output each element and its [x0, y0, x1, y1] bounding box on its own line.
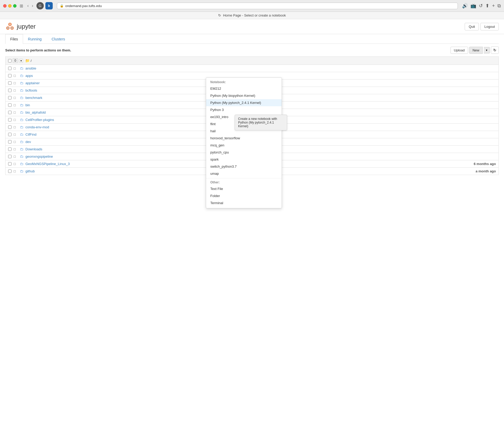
forward-button[interactable]: ›: [31, 3, 34, 9]
count-badge: 0: [13, 58, 18, 63]
folder-glyph-icon: 🗀: [20, 118, 23, 122]
folder-icon: □: [14, 155, 18, 158]
page-title-bar: ↻ Home Page - Select or create a noteboo…: [0, 12, 504, 19]
folder-icon: □: [14, 169, 18, 173]
list-item[interactable]: □🗀ansible: [5, 65, 499, 72]
logout-button[interactable]: Logout: [480, 23, 499, 30]
new-dropdown-button[interactable]: ▾: [484, 47, 490, 54]
folder-glyph-icon: 🗀: [20, 132, 23, 136]
folder-glyph-icon: 🗀: [20, 155, 23, 158]
file-checkbox[interactable]: [8, 147, 12, 151]
browser-action-buttons: 🔊 📺 ↺ ⬆ + ⧉: [462, 3, 501, 9]
upload-button[interactable]: Upload: [451, 47, 468, 54]
dropdown-item-python3[interactable]: Python 3: [206, 106, 282, 113]
grammarly-icon[interactable]: G: [36, 2, 44, 9]
quit-button[interactable]: Quit: [465, 23, 479, 30]
page-icon: ↻: [218, 13, 221, 17]
folder-icon: □: [14, 88, 18, 92]
traffic-lights: [3, 4, 17, 8]
tabs-icon[interactable]: ⧉: [497, 3, 501, 9]
path-breadcrumb: 📁 /: [25, 59, 32, 63]
folder-glyph-icon: 🗀: [20, 147, 23, 151]
address-bar[interactable]: 🔒 ondemand.pax.tufts.edu: [57, 3, 458, 9]
tab-files[interactable]: Files: [5, 34, 23, 44]
folder-icon: □: [14, 118, 18, 122]
file-checkbox[interactable]: [8, 125, 12, 129]
tab-running[interactable]: Running: [23, 34, 47, 44]
reload-icon[interactable]: ↺: [479, 3, 483, 9]
file-date: 6 months ago: [474, 162, 496, 166]
svg-point-3: [9, 24, 10, 25]
close-button[interactable]: [3, 4, 7, 8]
folder-icon: □: [14, 66, 18, 70]
file-checkbox[interactable]: [8, 162, 12, 166]
dropdown-item-pytorch-cpu[interactable]: pytorch_cpu: [206, 149, 282, 156]
file-name-link[interactable]: apps: [25, 74, 496, 78]
share-icon[interactable]: ⬆: [485, 3, 489, 9]
file-checkbox[interactable]: [8, 74, 12, 77]
tooltip-text: Create a new notebook with Python (My py…: [238, 117, 277, 128]
folder-glyph-icon: 🗀: [20, 169, 23, 173]
tab-clusters[interactable]: Clusters: [47, 34, 70, 44]
dropdown-item-switch[interactable]: switch_python3.7: [206, 163, 282, 170]
back-button[interactable]: ‹: [26, 3, 30, 9]
file-name-link[interactable]: ansible: [25, 66, 496, 70]
file-checkbox[interactable]: [8, 96, 12, 99]
folder-icon: □: [14, 74, 18, 78]
notebook-section-label: Notebook:: [206, 79, 282, 85]
app-header: jupyter Quit Logout: [0, 19, 504, 34]
tooltip-box: Create a new notebook with Python (My py…: [235, 115, 287, 130]
file-checkbox[interactable]: [8, 89, 12, 92]
folder-glyph-icon: 🗀: [20, 162, 23, 166]
folder-icon: □: [14, 110, 18, 114]
refresh-button[interactable]: ↻: [491, 46, 499, 54]
select-all-checkbox[interactable]: [8, 59, 12, 62]
browser-navigation: ‹ ›: [26, 3, 34, 9]
toolbar-right: Upload New ▾ ↻: [451, 46, 499, 54]
file-checkbox[interactable]: [8, 140, 12, 144]
file-checkbox[interactable]: [8, 118, 12, 121]
sidebar-toggle-icon[interactable]: ⊞: [20, 3, 23, 8]
folder-glyph-icon: 🗀: [20, 81, 23, 85]
dropdown-item-spark[interactable]: spark: [206, 156, 282, 163]
folder-glyph-icon: 🗀: [20, 88, 23, 92]
folder-icon: □: [14, 132, 18, 136]
folder-icon: □: [14, 162, 18, 166]
jupyter-logo-icon: [5, 22, 15, 31]
cast-icon[interactable]: 📺: [470, 3, 476, 9]
dropdown-item-mcq[interactable]: mcq_gen: [206, 142, 282, 149]
folder-icon: □: [14, 147, 18, 151]
new-tab-icon[interactable]: +: [492, 3, 495, 9]
dropdown-item-biopython[interactable]: Python (My biopython Kernel): [206, 92, 282, 99]
lock-icon: 🔒: [60, 4, 64, 8]
dropdown-item-horovod[interactable]: horovod_tensorflow: [206, 135, 282, 142]
toolbar-instruction: Select items to perform actions on them.: [5, 48, 71, 52]
file-checkbox[interactable]: [8, 155, 12, 158]
folder-glyph-icon: 🗀: [20, 74, 23, 78]
box-icon[interactable]: b: [45, 2, 53, 9]
page-title: Home Page - Select or create a notebook: [223, 13, 286, 17]
folder-icon: □: [14, 81, 18, 85]
dropdown-item-umap[interactable]: umap: [206, 170, 282, 175]
file-checkbox[interactable]: [8, 111, 12, 114]
dropdown-item-pytorch[interactable]: Python (My pytorch_2.4.1 Kernel): [206, 99, 282, 106]
folder-glyph-icon: 🗀: [20, 66, 23, 70]
svg-point-5: [12, 28, 13, 29]
count-dropdown-button[interactable]: ▾: [19, 59, 23, 63]
dropdown-item-em212[interactable]: EM212: [206, 85, 282, 92]
file-checkbox[interactable]: [8, 81, 12, 85]
file-checkbox[interactable]: [8, 169, 12, 173]
folder-glyph-icon: 🗀: [20, 110, 23, 114]
folder-icon: □: [14, 96, 18, 100]
url-text: ondemand.pax.tufts.edu: [65, 4, 102, 8]
jupyter-logo-text: jupyter: [17, 23, 36, 30]
folder-icon: 📁: [25, 59, 30, 63]
audio-icon[interactable]: 🔊: [462, 3, 468, 9]
minimize-button[interactable]: [8, 4, 12, 8]
file-checkbox[interactable]: [8, 67, 12, 70]
file-checkbox[interactable]: [8, 133, 12, 136]
maximize-button[interactable]: [13, 4, 17, 8]
folder-icon: □: [14, 125, 18, 129]
new-button[interactable]: New: [469, 47, 483, 54]
file-checkbox[interactable]: [8, 103, 12, 107]
